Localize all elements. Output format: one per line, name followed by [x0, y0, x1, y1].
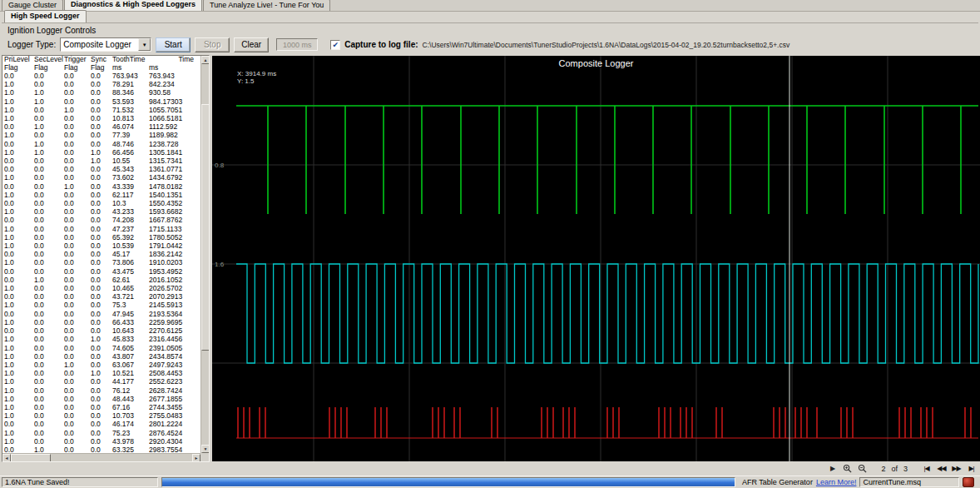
clear-button[interactable]: Clear [234, 37, 269, 52]
table-row[interactable]: 1.00.00.00.010.8131066.5181 [4, 114, 196, 122]
table-row[interactable]: 1.00.00.00.075.232876.4524 [4, 429, 196, 437]
capture-checkbox[interactable]: ✔ [330, 40, 340, 50]
cursor-annotation: X: 3914.9 ms Y: 1.5 [237, 70, 276, 85]
table-row[interactable]: 1.00.01.00.063.0672497.9243 [4, 361, 196, 369]
chevron-down-icon[interactable]: ▼ [138, 38, 151, 51]
table-row[interactable]: 1.00.00.00.077.391189.982 [4, 131, 196, 139]
waveform-plot[interactable]: 0.81.6 [212, 56, 980, 461]
zoom-in-icon[interactable] [843, 464, 852, 474]
table-row[interactable]: 1.01.00.00.088.346930.58 [4, 88, 196, 97]
table-row[interactable]: 1.00.00.00.062.1171540.1351 [4, 191, 196, 199]
capture-file-path: C:\Users\Win7Ultimate\Documents\TunerStu… [423, 41, 790, 49]
table-row[interactable]: 0.00.00.00.010.6432270.6125 [4, 326, 196, 335]
sub-tab-bar: High Speed Logger [2, 12, 978, 23]
scroll-left-icon[interactable]: ◄ [2, 454, 11, 462]
table-row[interactable]: 1.00.00.00.073.6021434.6792 [4, 173, 196, 182]
table-row[interactable]: 0.00.00.00.0763.943763.943 [4, 72, 196, 80]
page-current: 2 [881, 465, 885, 473]
table-row[interactable]: 1.00.00.00.078.291842.234 [4, 80, 196, 88]
cursor-y-readout: Y: 1.5 [237, 77, 276, 85]
prev-page-icon[interactable]: ◀◀ [937, 464, 946, 474]
chart-toolbar: ▶ 2 of 3 |◀ ◀◀ ▶▶ ▶| [212, 462, 980, 475]
table-vertical-scrollbar[interactable]: ▲ ▼ [200, 56, 209, 453]
progress-bar [161, 477, 735, 487]
ignition-logger-controls-label: Ignition Logger Controls [7, 26, 96, 35]
table-header-row-1: PriLevel SecLevel Trigger Sync ToothTime… [4, 56, 196, 64]
table-row[interactable]: 1.00.01.00.071.5321055.7051 [4, 106, 196, 114]
afr-table-generator-label: AFR Table Generator [742, 478, 813, 486]
table-row[interactable]: 1.01.00.01.066.4561305.1841 [4, 148, 196, 157]
table-row[interactable]: 1.00.00.00.043.8072434.8574 [4, 352, 196, 361]
col-subheader-flag-1: Flag [4, 64, 34, 72]
table-header-row-2: Flag Flag Flag Flag ms ms [4, 64, 196, 72]
stop-button[interactable]: Stop [195, 37, 230, 52]
main-tab-bar: Gauge Cluster Diagnostics & High Speed L… [0, 0, 980, 12]
table-horizontal-scrollbar[interactable]: ◄ ► [2, 453, 200, 461]
table-row[interactable]: 1.00.00.00.043.2331593.6682 [4, 207, 196, 216]
tab-high-speed-logger[interactable]: High Speed Logger [4, 10, 87, 22]
table-row[interactable]: 0.00.00.00.043.4751953.4952 [4, 267, 196, 276]
logger-type-select[interactable]: Composite Logger ▼ [60, 37, 151, 52]
table-row[interactable]: 0.01.00.00.062.612016.1052 [4, 276, 196, 284]
table-row[interactable]: 1.00.00.01.010.5212508.4453 [4, 369, 196, 377]
table-row[interactable]: 0.00.00.00.010.31550.4352 [4, 199, 196, 207]
table-row[interactable]: 1.00.00.00.076.122628.7424 [4, 386, 196, 395]
tab-tune-analyze-live[interactable]: Tune Analyze Live! - Tune For You [203, 0, 330, 11]
current-tune-name: CurrentTune.msq [859, 477, 959, 487]
table-row[interactable]: 0.00.00.01.010.551315.7341 [4, 157, 196, 165]
table-row[interactable]: 1.00.00.00.074.6052391.0505 [4, 344, 196, 352]
table-row[interactable]: 0.01.00.00.048.7461238.728 [4, 140, 196, 148]
col-header-seclevel: SecLevel [34, 56, 64, 64]
table-row[interactable]: 1.00.00.00.066.4332259.9695 [4, 318, 196, 326]
table-row[interactable]: 0.00.00.00.045.3431361.0771 [4, 165, 196, 173]
table-row[interactable]: 0.00.00.00.043.7212070.2913 [4, 292, 196, 301]
first-page-icon[interactable]: |◀ [922, 464, 931, 474]
table-row[interactable]: 0.00.00.00.046.1742801.2224 [4, 420, 196, 428]
table-row[interactable]: 1.01.00.00.053.593984.17303 [4, 97, 196, 106]
scroll-right-icon[interactable]: ► [192, 454, 200, 462]
table-row[interactable]: 1.00.00.00.043.9782920.4304 [4, 437, 196, 446]
table-row[interactable]: 1.00.00.00.075.32145.5913 [4, 301, 196, 309]
progress-fill [162, 478, 735, 486]
page-total: 3 [903, 465, 908, 473]
table-row[interactable]: 0.00.00.00.074.2081667.8762 [4, 216, 196, 224]
vertical-scroll-thumb[interactable] [201, 104, 210, 351]
tunerstudio-window: Gauge Cluster Diagnostics & High Speed L… [0, 0, 980, 488]
table-row[interactable]: 0.01.00.00.046.0741112.592 [4, 122, 196, 131]
table-row[interactable]: 1.00.00.00.044.1772552.6223 [4, 377, 196, 386]
col-subheader-flag-4: Flag [91, 64, 112, 72]
table-row[interactable]: 1.00.00.00.010.7032755.0483 [4, 411, 196, 420]
zoom-out-icon[interactable] [858, 464, 867, 474]
pan-icon[interactable]: ▶ [828, 464, 837, 474]
chart-title: Composite Logger [212, 58, 980, 68]
table-row[interactable]: 1.00.00.00.048.4432677.1855 [4, 395, 196, 403]
table-row[interactable]: 0.00.01.00.043.3391478.0182 [4, 182, 196, 191]
table-row[interactable]: 0.00.00.00.047.9452193.5364 [4, 310, 196, 318]
logger-type-value: Composite Logger [61, 40, 138, 49]
table-row[interactable]: 0.00.00.00.045.171836.2142 [4, 250, 196, 258]
col-header-prilevel: PriLevel [4, 56, 34, 64]
table-row[interactable]: 1.00.00.00.010.4652026.5702 [4, 284, 196, 292]
table-row[interactable]: 1.00.00.00.010.5391791.0442 [4, 242, 196, 250]
table-row[interactable]: 1.00.00.00.047.2371715.1133 [4, 225, 196, 233]
start-button[interactable]: Start [156, 37, 191, 52]
interval-input[interactable]: 1000 ms [276, 38, 318, 51]
learn-more-link[interactable]: Learn More! [816, 478, 857, 486]
table-row[interactable]: 1.00.00.01.045.8332316.4456 [4, 335, 196, 343]
ecu-connection-icon [963, 477, 974, 487]
table-row[interactable]: 1.00.00.00.065.3921780.5052 [4, 233, 196, 242]
logger-type-label: Logger Type: [7, 40, 56, 49]
composite-logger-chart[interactable]: Composite Logger X: 3914.9 ms Y: 1.5 0.8… [212, 56, 980, 461]
scroll-up-icon[interactable]: ▲ [201, 56, 210, 64]
table-row[interactable]: 1.00.00.00.067.162744.3455 [4, 403, 196, 411]
logger-controls: Logger Type: Composite Logger ▼ Start St… [7, 37, 789, 52]
col-header-trigger: Trigger [64, 56, 91, 64]
next-page-icon[interactable]: ▶▶ [952, 464, 961, 474]
scrollbar-corner [200, 453, 209, 461]
table-row[interactable]: 1.00.00.00.073.8061910.0203 [4, 258, 196, 266]
horizontal-scroll-thumb[interactable] [11, 454, 51, 462]
last-page-icon[interactable]: ▶| [967, 464, 976, 474]
scroll-down-icon[interactable]: ▼ [201, 445, 210, 453]
status-bar: 1.6NA Tune Saved! AFR Table Generator Le… [0, 476, 980, 488]
col-subheader-flag-3: Flag [64, 64, 91, 72]
